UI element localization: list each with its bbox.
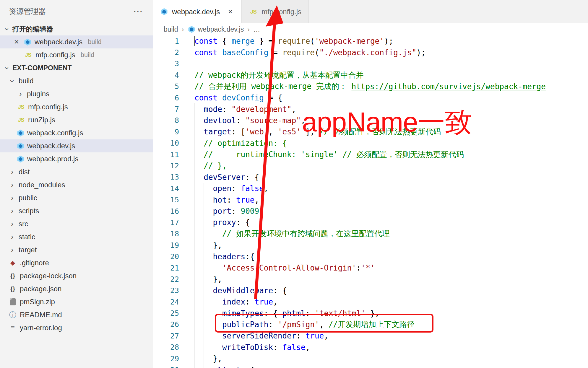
code-line-3[interactable]: 3	[153, 58, 588, 69]
tab-label: webpack.dev.js	[172, 8, 220, 16]
code-line-23[interactable]: 23devMiddleware: {	[153, 285, 588, 296]
code-line-6[interactable]: 6const devConfig = {	[153, 92, 588, 103]
tree-item-target[interactable]: ›target	[0, 243, 153, 256]
code-line-25[interactable]: 25mimeTypes: { phtml: 'text/html' },	[153, 307, 588, 319]
tree-item-plugins[interactable]: ›plugins	[0, 87, 153, 100]
line-number[interactable]: 20	[153, 252, 179, 261]
code-line-19[interactable]: 19},	[153, 240, 588, 251]
code-line-27[interactable]: 27serverSideRender: true,	[153, 330, 588, 341]
code-line-28[interactable]: 28writeToDisk: false,	[153, 342, 588, 353]
tree-item-static[interactable]: ›static	[0, 230, 153, 243]
code-line-17[interactable]: 17proxy: {	[153, 217, 588, 228]
line-number[interactable]: 25	[153, 309, 179, 317]
line-number[interactable]: 6	[153, 94, 179, 102]
code-line-8[interactable]: 8devtool: "source-map",	[153, 115, 588, 126]
line-number[interactable]: 16	[153, 207, 179, 216]
code-line-24[interactable]: 24index: true,	[153, 296, 588, 307]
code-line-13[interactable]: 13devServer: {	[153, 172, 588, 183]
line-number[interactable]: 29	[153, 354, 179, 363]
tree-item-yarn-error-log[interactable]: ≡yarn-error.log	[0, 321, 153, 334]
open-editor-item-webpack-dev-js[interactable]: ×webpack.dev.jsbuild	[0, 35, 153, 48]
line-number[interactable]: 18	[153, 229, 179, 238]
indent-guide	[194, 138, 204, 149]
code-line-30[interactable]: 30client: {	[153, 364, 588, 368]
line-number[interactable]: 15	[153, 196, 179, 204]
line-number[interactable]: 5	[153, 82, 179, 91]
more-actions-icon[interactable]: ⋯	[133, 6, 143, 17]
code-line-10[interactable]: 10// optimization: {	[153, 138, 588, 149]
line-number[interactable]: 8	[153, 116, 179, 125]
line-number[interactable]: 13	[153, 173, 179, 181]
code-line-22[interactable]: 22},	[153, 273, 588, 285]
line-number[interactable]: 7	[153, 105, 179, 113]
code-line-20[interactable]: 20headers:{	[153, 251, 588, 262]
line-number[interactable]: 1	[153, 37, 179, 45]
tree-item-src[interactable]: ›src	[0, 217, 153, 230]
indent-guide	[194, 296, 222, 307]
line-number[interactable]: 9	[153, 128, 179, 136]
code-line-11[interactable]: 11// runtimeChunk: 'single' // 必须配置，否则无法…	[153, 149, 588, 160]
line-number[interactable]: 28	[153, 343, 179, 351]
code-line-16[interactable]: 16port: 9009,	[153, 206, 588, 217]
tab-mfp-config-js[interactable]: JSmfp.config.js	[242, 0, 309, 23]
tree-item-readme-md[interactable]: ⓘREADME.md	[0, 308, 153, 321]
line-number[interactable]: 26	[153, 320, 179, 329]
code-line-26[interactable]: 26publicPath: '/pmSign', //开发期增加上下文路径	[153, 319, 588, 330]
line-number[interactable]: 23	[153, 286, 179, 295]
line-number[interactable]: 17	[153, 218, 179, 227]
tree-item-scripts[interactable]: ›scripts	[0, 204, 153, 217]
tree-item-dist[interactable]: ›dist	[0, 165, 153, 178]
line-number[interactable]: 2	[153, 48, 179, 57]
line-number[interactable]: 24	[153, 298, 179, 306]
line-number[interactable]: 4	[153, 71, 179, 79]
code-line-14[interactable]: 14open: false,	[153, 183, 588, 194]
code-line-29[interactable]: 29},	[153, 353, 588, 364]
code-line-15[interactable]: 15hot: true,	[153, 194, 588, 205]
code-line-1[interactable]: 1const { merge } = require('webpack-merg…	[153, 35, 588, 47]
tree-item-package-lock-json[interactable]: {}package-lock.json	[0, 269, 153, 282]
section-workspace[interactable]: › EXT-COMPONENT	[0, 61, 153, 74]
tree-item-label: webpack.prod.js	[27, 155, 78, 163]
line-number[interactable]: 11	[153, 150, 179, 159]
breadcrumb-item-[interactable]: …	[253, 25, 260, 33]
line-text: },	[194, 273, 222, 285]
close-icon[interactable]: ×	[226, 7, 234, 16]
webpack-icon	[188, 25, 196, 33]
open-editor-item-mfp-config-js[interactable]: JSmfp.config.jsbuild	[0, 48, 153, 61]
code-line-12[interactable]: 12// },	[153, 160, 588, 171]
code-line-18[interactable]: 18// 如果开发环境中有跨域问题，在这里配置代理	[153, 228, 588, 240]
line-number[interactable]: 30	[153, 366, 179, 368]
tree-item-webpack-config-js[interactable]: webpack.config.js	[0, 126, 153, 139]
line-number[interactable]: 10	[153, 139, 179, 147]
breadcrumb-item-build[interactable]: build	[164, 25, 178, 33]
code-line-5[interactable]: 5// 合并是利用 webpack-merge 完成的： https://git…	[153, 81, 588, 92]
tree-item-webpack-dev-js[interactable]: webpack.dev.js	[0, 139, 153, 152]
breadcrumb-item-webpack-dev-js[interactable]: webpack.dev.js	[188, 25, 244, 33]
tree-item-runzip-js[interactable]: JSrunZip.js	[0, 113, 153, 126]
code-line-2[interactable]: 2const baseConfig = require("./webpack.c…	[153, 47, 588, 58]
tree-item-mfp-config-js[interactable]: JSmfp.config.js	[0, 100, 153, 113]
line-number[interactable]: 14	[153, 184, 179, 193]
tree-item-gitignore[interactable]: ◆.gitignore	[0, 256, 153, 269]
tree-item-webpack-prod-js[interactable]: webpack.prod.js	[0, 152, 153, 165]
line-number[interactable]: 12	[153, 162, 179, 170]
line-number[interactable]: 3	[153, 59, 179, 68]
tree-item-public[interactable]: ›public	[0, 191, 153, 204]
tree-item-build[interactable]: ›build	[0, 74, 153, 87]
tab-webpack-dev-js[interactable]: webpack.dev.js×	[153, 0, 242, 23]
line-number[interactable]: 21	[153, 264, 179, 272]
line-number[interactable]: 22	[153, 275, 179, 284]
section-open-editors[interactable]: › 打开的编辑器	[0, 22, 153, 35]
code-line-9[interactable]: 9target: ['web', 'es5' ], // 必须配置，否则无法热更…	[153, 126, 588, 137]
tree-item-package-json[interactable]: {}package.json	[0, 282, 153, 295]
code-editor[interactable]: 1const { merge } = require('webpack-merg…	[153, 35, 588, 368]
indent-guide	[194, 194, 213, 205]
code-line-7[interactable]: 7mode: "development",	[153, 103, 588, 115]
close-icon[interactable]: ×	[12, 37, 21, 47]
code-line-4[interactable]: 4// webpack的开发环境配置，从基本配置中合并	[153, 69, 588, 81]
code-line-21[interactable]: 21'Access-Control-Allow-Origin':'*'	[153, 262, 588, 273]
line-number[interactable]: 19	[153, 241, 179, 250]
line-number[interactable]: 27	[153, 332, 179, 340]
tree-item-pmsign-zip[interactable]: pmSign.zip	[0, 295, 153, 308]
tree-item-node-modules[interactable]: ›node_modules	[0, 178, 153, 191]
